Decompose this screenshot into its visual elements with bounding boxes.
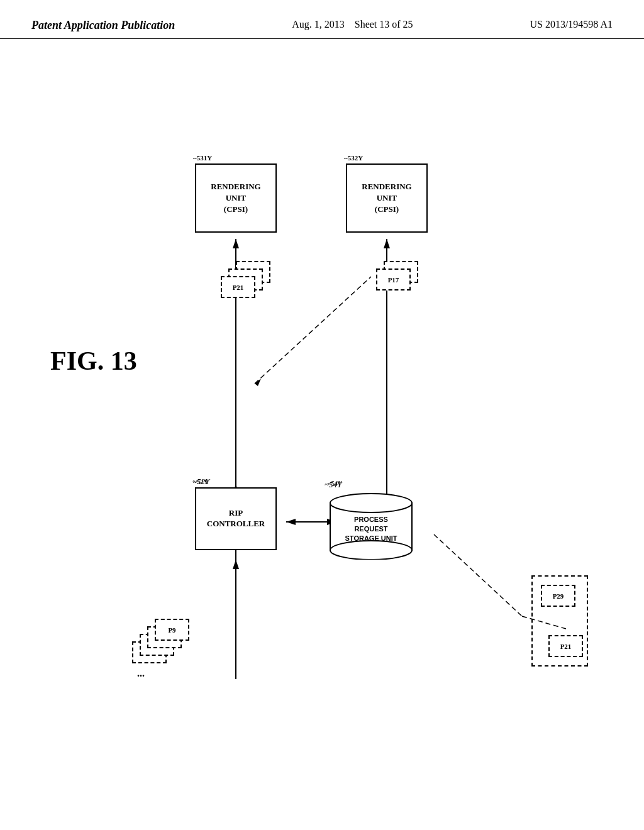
rendering-unit-532y-id: ~532Y: [344, 153, 363, 162]
svg-marker-20: [233, 560, 239, 569]
publication-title: Patent Application Publication: [31, 19, 175, 32]
svg-marker-4: [286, 519, 296, 525]
page-header: Patent Application Publication Aug. 1, 2…: [0, 0, 644, 39]
svg-line-11: [434, 534, 522, 616]
packet-p21-top-left: P21: [221, 276, 255, 298]
svg-text:PROCESS: PROCESS: [354, 516, 388, 523]
diagram-area: ~52Y RIP CONTROLLER ~54Y PROCESS REQUEST…: [126, 82, 604, 805]
publication-date-sheet: Aug. 1, 2013 Sheet 13 of 25: [292, 19, 413, 30]
packet-p9: P9: [155, 619, 189, 641]
rip-controller-label: RIP CONTROLLER: [207, 508, 265, 529]
rendering-unit-532y-label: RENDERINGUNIT(CPSI): [362, 181, 411, 216]
svg-marker-6: [233, 239, 239, 248]
svg-point-14: [330, 494, 412, 512]
publication-number: US 2013/194598 A1: [530, 19, 613, 30]
storage-tilde: ~54Y: [325, 480, 341, 490]
svg-marker-10: [255, 379, 261, 386]
svg-text:REQUEST: REQUEST: [354, 525, 387, 533]
packet-group-right: [531, 575, 588, 667]
process-request-storage: ~54Y PROCESS REQUEST STORAGE UNIT: [327, 490, 415, 560]
figure-label: FIG. 13: [50, 346, 137, 376]
rendering-unit-531y-label: RENDERINGUNIT(CPSI): [211, 181, 260, 216]
sheet-info: Sheet 13 of 25: [355, 19, 413, 30]
publication-date: Aug. 1, 2013: [292, 19, 345, 30]
svg-marker-8: [384, 239, 390, 248]
rip-controller-box: ~52Y RIP CONTROLLER: [195, 487, 277, 550]
rendering-unit-532y: ~532Y RENDERINGUNIT(CPSI): [346, 163, 428, 233]
ellipsis: ...: [137, 668, 145, 679]
rendering-unit-531y-id: ~531Y: [193, 153, 212, 162]
svg-text:STORAGE UNIT: STORAGE UNIT: [345, 534, 397, 542]
packet-p17: P17: [376, 268, 411, 290]
svg-point-15: [330, 541, 412, 560]
svg-line-9: [255, 277, 371, 384]
rip-controller-tilde: ~52Y: [192, 477, 209, 487]
rendering-unit-531y: ~531Y RENDERINGUNIT(CPSI): [195, 163, 277, 233]
